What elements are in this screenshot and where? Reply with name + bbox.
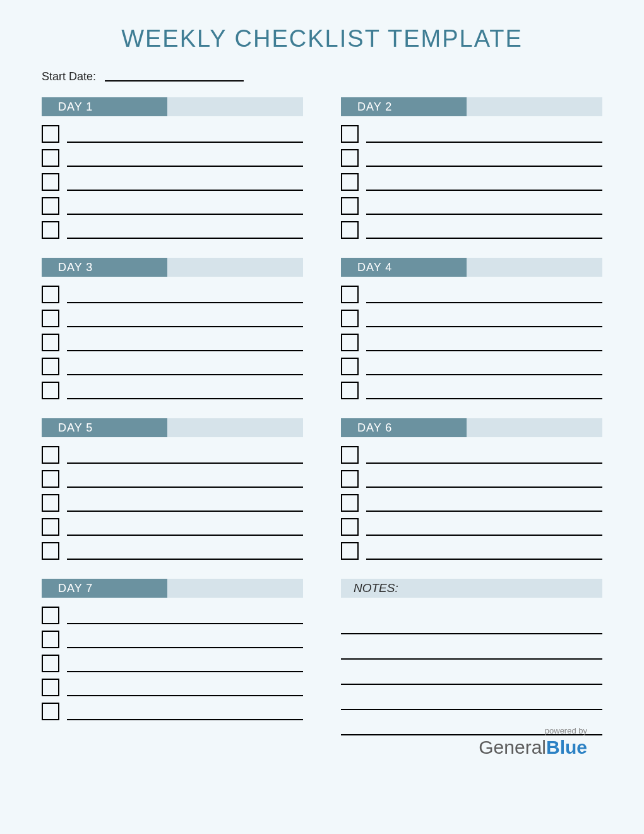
checkbox[interactable] [42,446,59,464]
check-row [341,353,602,377]
task-line[interactable] [366,374,602,375]
checkbox[interactable] [341,286,359,303]
checkbox[interactable] [42,679,59,696]
checkbox[interactable] [42,358,59,375]
notes-line[interactable] [341,609,602,634]
notes-line[interactable] [341,660,602,685]
task-line[interactable] [366,511,602,512]
task-line[interactable] [67,374,303,375]
start-date-input-line[interactable] [105,80,244,82]
task-line[interactable] [366,214,602,215]
day-block-3: DAY 3 [42,258,303,401]
task-line[interactable] [366,326,602,327]
checkbox[interactable] [42,221,59,239]
checkbox[interactable] [42,542,59,560]
task-line[interactable] [67,350,303,351]
notes-line[interactable] [341,685,602,710]
checkbox[interactable] [42,382,59,399]
task-line[interactable] [366,350,602,351]
task-line[interactable] [67,302,303,303]
brand-general: General [479,737,546,758]
checkbox[interactable] [42,197,59,215]
checkbox[interactable] [341,221,359,239]
checkbox[interactable] [42,494,59,512]
task-line[interactable] [67,559,303,560]
day-label: DAY 3 [42,258,167,277]
day-header: DAY 1 [42,97,303,116]
day-block-6: DAY 6 [341,418,602,561]
day-header: DAY 6 [341,418,602,437]
checkbox[interactable] [42,631,59,648]
task-line[interactable] [366,398,602,399]
check-row [341,513,602,537]
task-line[interactable] [67,166,303,167]
task-line[interactable] [366,238,602,239]
task-line[interactable] [67,398,303,399]
task-line[interactable] [366,462,602,464]
checkbox[interactable] [42,286,59,303]
task-line[interactable] [67,486,303,488]
day-header: DAY 5 [42,418,303,437]
checkbox[interactable] [341,382,359,399]
day-block-4: DAY 4 [341,258,602,401]
checkbox[interactable] [42,518,59,536]
start-date-label: Start Date: [42,70,96,83]
check-row [42,144,303,168]
check-row [341,441,602,465]
task-line[interactable] [67,214,303,215]
checkbox[interactable] [341,518,359,536]
task-line[interactable] [67,190,303,191]
task-line[interactable] [67,326,303,327]
checkbox[interactable] [42,607,59,624]
start-date-row: Start Date: [42,70,581,83]
checkbox[interactable] [341,334,359,351]
task-line[interactable] [67,647,303,648]
task-line[interactable] [67,238,303,239]
task-line[interactable] [67,462,303,464]
checkbox[interactable] [42,149,59,167]
checkbox[interactable] [341,446,359,464]
checkbox[interactable] [341,542,359,560]
checkbox[interactable] [341,310,359,327]
task-line[interactable] [366,142,602,143]
task-line[interactable] [366,559,602,560]
checkbox[interactable] [42,173,59,191]
checkbox[interactable] [341,173,359,191]
footer: powered by GeneralBlue [479,726,587,758]
checkbox[interactable] [42,703,59,720]
task-line[interactable] [366,535,602,536]
check-row [42,537,303,561]
checkbox[interactable] [341,494,359,512]
day-block-1: DAY 1 [42,97,303,240]
check-row [42,329,303,353]
checkbox[interactable] [341,149,359,167]
check-row [341,144,602,168]
task-line[interactable] [67,671,303,672]
checkbox[interactable] [42,655,59,672]
task-line[interactable] [67,142,303,143]
check-row [341,305,602,329]
task-line[interactable] [67,695,303,696]
day-label: DAY 1 [42,97,167,116]
checkbox[interactable] [341,197,359,215]
task-line[interactable] [67,535,303,536]
checkbox[interactable] [42,470,59,488]
checkbox[interactable] [341,358,359,375]
day-label: DAY 5 [42,418,167,437]
check-row [42,601,303,626]
task-line[interactable] [366,302,602,303]
checkbox[interactable] [42,125,59,143]
task-line[interactable] [366,190,602,191]
task-line[interactable] [67,511,303,512]
task-line[interactable] [67,719,303,720]
day-header-spacer [167,579,303,598]
checkbox[interactable] [341,125,359,143]
checkbox[interactable] [42,310,59,327]
checkbox[interactable] [341,470,359,488]
task-line[interactable] [366,166,602,167]
checkbox[interactable] [42,334,59,351]
notes-line[interactable] [341,634,602,660]
task-line[interactable] [67,623,303,624]
task-line[interactable] [366,486,602,488]
check-row [42,626,303,650]
